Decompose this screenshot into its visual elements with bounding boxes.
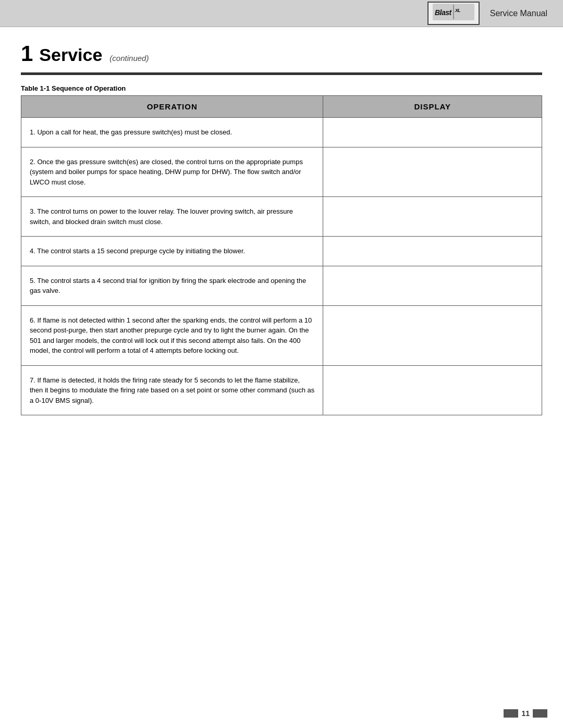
svg-text:XL: XL	[455, 8, 460, 13]
display-header: DISPLAY	[323, 96, 542, 118]
table-row: 1. Upon a call for heat, the gas pressur…	[21, 118, 542, 147]
page-number: 11	[521, 709, 530, 718]
operation-header: OPERATION	[21, 96, 323, 118]
operation-cell: 6. If flame is not detected within 1 sec…	[21, 305, 323, 365]
svg-text:Blast: Blast	[435, 8, 452, 17]
footer-bar-decoration	[504, 709, 518, 718]
display-cell	[323, 197, 542, 237]
operation-cell: 5. The control starts a 4 second trial f…	[21, 266, 323, 305]
page-header: Blast XL Service Manual	[0, 0, 563, 27]
display-cell	[323, 305, 542, 365]
table-row: 5. The control starts a 4 second trial f…	[21, 266, 542, 305]
operation-cell: 4. The control starts a 15 second prepur…	[21, 237, 323, 266]
table-row: 7. If flame is detected, it holds the fi…	[21, 365, 542, 415]
header-title: Service Manual	[490, 9, 547, 18]
section-heading: 1 Service (continued)	[21, 43, 542, 65]
display-cell	[323, 266, 542, 305]
table-row: 4. The control starts a 15 second prepur…	[21, 237, 542, 266]
table-row: 2. Once the gas pressure switch(es) are …	[21, 147, 542, 197]
section-divider	[21, 72, 542, 75]
operation-cell: 2. Once the gas pressure switch(es) are …	[21, 147, 323, 197]
section-continued: (continued)	[109, 54, 149, 63]
footer-bar-decoration-2	[533, 709, 547, 718]
page-content: 1 Service (continued) Table 1-1 Sequence…	[0, 27, 563, 436]
operation-cell: 7. If flame is detected, it holds the fi…	[21, 365, 323, 415]
section-number: 1	[21, 43, 33, 65]
sequence-table: OPERATION DISPLAY 1. Upon a call for hea…	[21, 95, 542, 415]
display-cell	[323, 147, 542, 197]
section-title: Service	[39, 45, 102, 65]
table-row: 3. The control turns on power to the lou…	[21, 197, 542, 237]
table-caption: Table 1-1 Sequence of Operation	[21, 84, 542, 92]
display-cell	[323, 365, 542, 415]
operation-cell: 3. The control turns on power to the lou…	[21, 197, 323, 237]
operation-cell: 1. Upon a call for heat, the gas pressur…	[21, 118, 323, 147]
table-row: 6. If flame is not detected within 1 sec…	[21, 305, 542, 365]
display-cell	[323, 237, 542, 266]
display-cell	[323, 118, 542, 147]
table-header-row: OPERATION DISPLAY	[21, 96, 542, 118]
page-footer: 11	[504, 709, 547, 718]
brand-logo: Blast XL	[427, 2, 480, 25]
